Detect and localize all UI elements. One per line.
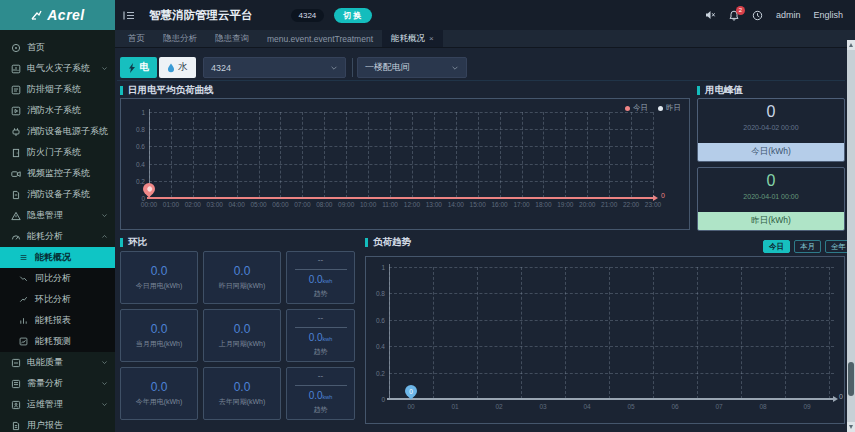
room-select[interactable]: 一楼配电间: [357, 57, 467, 78]
station-select[interactable]: 4324: [203, 57, 346, 78]
y-axis-tick-label: 0.4: [136, 160, 145, 167]
sidebar-item-yoy-analysis[interactable]: 同比分析: [0, 268, 115, 289]
speaker-mute-icon[interactable]: [705, 10, 716, 20]
sidebar-item-smoke-exhaust-subsystem[interactable]: 防排烟子系统: [0, 79, 115, 100]
legend-item[interactable]: 昨日: [658, 103, 681, 113]
trend-range-button[interactable]: 今日: [763, 240, 790, 253]
sidebar-item-energy-overview[interactable]: 能耗概况: [0, 247, 115, 268]
gridline-vertical: [412, 112, 413, 198]
tab-event-treatment[interactable]: menu.event.eventTreatment: [258, 30, 382, 47]
sidebar-item-video-monitoring-subsystem[interactable]: 视频监控子系统: [0, 163, 115, 184]
gridline-vertical: [237, 112, 238, 198]
scroll-down-button[interactable]: [847, 422, 855, 432]
fire-water-icon: [11, 106, 21, 116]
peak-value: 0: [698, 172, 844, 190]
sidebar-item-electrical-fire-subsystem[interactable]: 电气火灾子系统: [0, 58, 115, 79]
sidebar-item-label: 隐患管理: [27, 209, 63, 222]
stat-value: 0.0: [151, 322, 168, 336]
x-axis-arrow: [833, 396, 838, 402]
tab-energy-overview[interactable]: 能耗概况×: [382, 30, 443, 47]
close-icon[interactable]: ×: [429, 34, 434, 43]
peak-date: 2020-04-01 00:00: [698, 193, 844, 200]
x-axis-tick-label: 05: [627, 403, 634, 410]
app-window: Acrel 智慧消防管理云平台 4324 切换: [0, 0, 855, 432]
switch-button[interactable]: 切换: [334, 8, 372, 23]
trend-unit: kwh: [323, 394, 333, 400]
sidebar-item-label: 能耗报表: [35, 314, 71, 327]
gridline-vertical: [324, 112, 325, 198]
gridline-vertical: [697, 267, 698, 399]
trend-label: 趋势: [314, 405, 328, 415]
sidebar-item-demand-analysis[interactable]: 需量分析: [0, 373, 115, 394]
scrollbar-thumb[interactable]: [848, 362, 854, 396]
tab-hazard-analysis[interactable]: 隐患分析: [154, 30, 206, 47]
x-axis-tick-label: 15:00: [470, 201, 486, 208]
chevron-down-icon: [330, 64, 338, 72]
scroll-up-button[interactable]: [847, 40, 855, 50]
sidebar-item-label: 能耗分析: [27, 230, 63, 243]
sidebar-item-label: 消防设备子系统: [27, 188, 90, 201]
trend-label: 趋势: [314, 347, 328, 357]
page-title: 智慧消防管理云平台: [149, 8, 253, 23]
trend-range-button[interactable]: 本月: [794, 240, 821, 253]
sidebar-item-user-report[interactable]: 用户报告: [0, 415, 115, 432]
y-axis-tick-label: 1: [381, 264, 385, 271]
sidebar-item-energy-report[interactable]: 能耗报表: [0, 310, 115, 331]
bell-icon[interactable]: 2: [729, 10, 739, 21]
stat-label: 去年同期(kWh): [219, 397, 266, 407]
x-axis-tick-label: 21:00: [601, 201, 617, 208]
sidebar-item-ops-management[interactable]: 运维管理: [0, 394, 115, 415]
user-menu[interactable]: admin: [776, 10, 801, 20]
yoy-icon: [19, 274, 29, 284]
gridline-vertical: [521, 267, 522, 399]
sidebar-item-energy-forecast[interactable]: 能耗预测: [0, 331, 115, 352]
chevron-down-icon: [101, 380, 108, 387]
bolt-icon: [128, 63, 136, 73]
sidebar-item-fire-water-subsystem[interactable]: 消防水子系统: [0, 100, 115, 121]
water-toggle-button[interactable]: 水: [159, 57, 196, 78]
sidebar-collapse-icon[interactable]: [123, 10, 135, 21]
stat-value: 0.0: [234, 264, 251, 278]
sidebar-item-fire-equipment-subsystem[interactable]: 消防设备子系统: [0, 184, 115, 205]
peak-label: 今日(kWh): [698, 143, 844, 161]
clock-icon[interactable]: [752, 10, 763, 21]
brand-logo[interactable]: Acrel: [0, 0, 115, 30]
legend-dot: [625, 106, 630, 111]
x-axis-tick-label: 10:00: [360, 201, 376, 208]
gridline-vertical: [389, 267, 390, 399]
peak-card: 02020-04-02 00:00今日(kWh): [697, 98, 845, 162]
sidebar-item-label: 消防水子系统: [27, 104, 81, 117]
sidebar-item-fire-door-subsystem[interactable]: 防火门子系统: [0, 142, 115, 163]
sidebar-item-energy-analysis[interactable]: 能耗分析: [0, 226, 115, 247]
sidebar-item-power-quality[interactable]: 电能质量: [0, 352, 115, 373]
gridline-vertical: [587, 112, 588, 198]
x-axis-tick-label: 17:00: [513, 201, 529, 208]
ops-icon: [11, 400, 21, 410]
power-quality-icon: [11, 358, 21, 368]
sidebar-item-fire-equipment-power-subsystem[interactable]: 消防设备电源子系统: [0, 121, 115, 142]
gridline-vertical: [609, 112, 610, 198]
axis-end-value: 0: [839, 393, 843, 400]
electric-toggle-button[interactable]: 电: [120, 57, 157, 78]
scrollbar[interactable]: [847, 40, 855, 432]
gridline-vertical: [653, 267, 654, 399]
huanbi-grid: 0.0今日用电(kWh)0.0昨日同期(kWh)--0.0kwh趋势0.0当月用…: [120, 251, 355, 420]
x-axis-tick-label: 07:00: [294, 201, 310, 208]
sidebar-item-label: 电气火灾子系统: [27, 62, 90, 75]
sidebar-item-home[interactable]: 首页: [0, 37, 115, 58]
tab-home[interactable]: 首页: [119, 30, 154, 47]
user-report-icon: [11, 421, 21, 431]
tab-hazard-query[interactable]: 隐患查询: [206, 30, 258, 47]
y-axis-tick-label: 0.2: [136, 177, 145, 184]
stat-label: 今日用电(kWh): [136, 281, 183, 291]
language-switch[interactable]: English: [813, 10, 843, 20]
tab-label: 隐患查询: [215, 33, 249, 45]
sidebar-item-label: 防排烟子系统: [27, 83, 81, 96]
trend-value: 0.0kwh: [309, 333, 333, 344]
peak-date: 2020-04-02 00:00: [698, 124, 844, 131]
sidebar-item-hazard-management[interactable]: 隐患管理: [0, 205, 115, 226]
filter-divider: [352, 58, 353, 77]
sidebar-item-label: 消防设备电源子系统: [27, 125, 108, 138]
sidebar-item-mom-analysis[interactable]: 环比分析: [0, 289, 115, 310]
gridline-vertical: [478, 112, 479, 198]
